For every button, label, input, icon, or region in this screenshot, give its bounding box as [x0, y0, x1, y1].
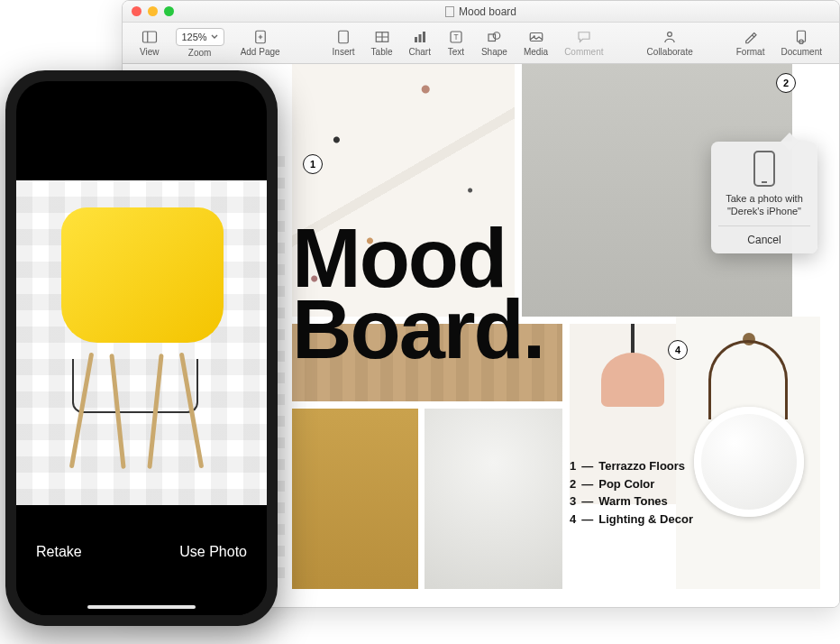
cancel-button[interactable]: Cancel — [718, 225, 810, 253]
chart-button[interactable]: Chart — [409, 29, 431, 57]
view-label: View — [140, 47, 160, 57]
text-button[interactable]: T Text — [447, 29, 465, 57]
svg-point-15 — [494, 32, 501, 40]
marker-2[interactable]: 2 — [776, 73, 796, 93]
format-button[interactable]: Format — [736, 29, 765, 57]
text-label: Text — [448, 47, 464, 57]
popover-message: Take a photo with"Derek's iPhone" — [718, 192, 810, 218]
document-label: Document — [781, 47, 822, 57]
minimize-window-button[interactable] — [148, 6, 158, 16]
retake-button[interactable]: Retake — [36, 544, 82, 560]
camera-action-bar: Retake Use Photo — [16, 507, 267, 615]
text-icon: T — [447, 29, 465, 45]
chart-icon — [411, 29, 429, 45]
insert-button[interactable]: Insert — [333, 29, 355, 57]
media-icon — [527, 29, 545, 45]
toolbar: View 125% Zoom Add Page Insert Table Cha… — [123, 23, 839, 64]
svg-rect-16 — [530, 33, 543, 41]
zoom-label: Zoom — [188, 48, 212, 58]
zoom-value: 125% — [182, 32, 207, 42]
document-settings-icon — [792, 29, 810, 45]
insert-label: Insert — [333, 47, 355, 57]
svg-text:T: T — [453, 33, 458, 41]
comment-icon — [575, 29, 593, 45]
insert-icon — [334, 29, 352, 45]
document-title[interactable]: Mood Board. — [292, 223, 543, 365]
marker-4[interactable]: 4 — [668, 340, 688, 360]
svg-rect-5 — [339, 31, 349, 43]
window-title: Mood board — [123, 5, 839, 18]
chevron-down-icon — [211, 34, 218, 40]
document-button[interactable]: Document — [781, 29, 822, 57]
legend-row: 2—Pop Color — [570, 475, 693, 493]
iphone-notch — [78, 81, 205, 103]
window-title-text: Mood board — [459, 5, 516, 18]
image-fur[interactable] — [425, 409, 562, 589]
iphone-device: Retake Use Photo — [5, 70, 278, 626]
marker-1[interactable]: 1 — [303, 154, 323, 174]
collaborate-label: Collaborate — [647, 47, 693, 57]
camera-captured-photo — [16, 180, 267, 505]
zoom-window-button[interactable] — [164, 6, 174, 16]
iphone-icon — [753, 151, 775, 187]
add-page-label: Add Page — [241, 47, 280, 57]
image-sofa[interactable] — [292, 409, 418, 589]
table-label: Table — [371, 47, 393, 57]
legend-row: 1—Terrazzo Floors — [570, 457, 693, 475]
shape-label: Shape — [481, 47, 507, 57]
close-window-button[interactable] — [132, 6, 142, 16]
iphone-screen: Retake Use Photo — [16, 81, 267, 615]
legend-row: 3—Warm Tones — [570, 492, 693, 511]
collaborate-icon — [661, 29, 679, 45]
use-photo-button[interactable]: Use Photo — [179, 544, 247, 560]
svg-rect-11 — [423, 32, 425, 42]
add-page-button[interactable]: Add Page — [241, 29, 280, 57]
legend-row: 4—Lighting & Decor — [570, 511, 693, 529]
chair-photo-subject — [52, 207, 233, 478]
shape-icon — [485, 29, 503, 45]
comment-label: Comment — [564, 47, 603, 57]
sidebar-icon — [141, 29, 159, 45]
media-button[interactable]: Media — [524, 29, 548, 57]
zoom-control[interactable]: 125% Zoom — [176, 28, 224, 58]
window-titlebar[interactable]: Mood board — [123, 1, 839, 23]
home-indicator[interactable] — [87, 605, 196, 609]
comment-button: Comment — [564, 29, 603, 57]
format-label: Format — [736, 47, 765, 57]
view-button[interactable]: View — [140, 29, 160, 57]
svg-rect-0 — [142, 32, 156, 42]
collaborate-button[interactable]: Collaborate — [647, 29, 693, 57]
svg-rect-10 — [418, 34, 421, 42]
svg-point-18 — [668, 32, 672, 37]
window-controls — [132, 6, 174, 16]
table-button[interactable]: Table — [371, 29, 393, 57]
media-label: Media — [524, 47, 548, 57]
document-icon — [445, 6, 454, 17]
format-icon — [742, 29, 760, 45]
image-mirror[interactable] — [676, 317, 820, 589]
table-icon — [373, 29, 391, 45]
chart-label: Chart — [409, 47, 431, 57]
title-line-2: Board. — [292, 294, 543, 365]
continuity-camera-popover: Take a photo with"Derek's iPhone" Cancel — [711, 142, 817, 253]
shape-button[interactable]: Shape — [481, 29, 507, 57]
svg-rect-9 — [415, 37, 417, 42]
legend[interactable]: 1—Terrazzo Floors 2—Pop Color 3—Warm Ton… — [570, 457, 693, 528]
add-page-icon — [251, 29, 269, 45]
